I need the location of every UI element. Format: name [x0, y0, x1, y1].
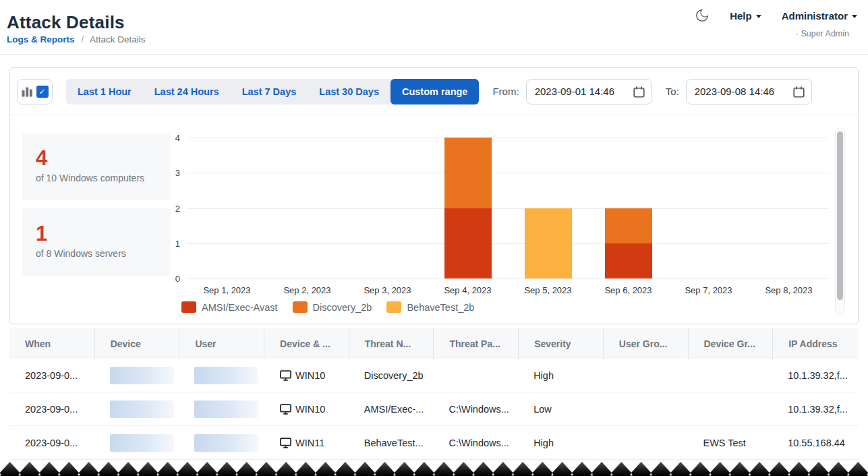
y-axis-tick: 1	[164, 238, 180, 248]
cell-severity: Low	[518, 404, 603, 415]
legend-item[interactable]: AMSI/Exec-Avast	[181, 301, 278, 313]
moon-icon[interactable]	[695, 8, 710, 23]
cell-when: 2023-09-0...	[9, 438, 94, 448]
bar-segment[interactable]	[525, 208, 572, 279]
bar-segment[interactable]	[605, 208, 652, 243]
user-menu[interactable]: Administrator	[782, 10, 857, 22]
cell-device-type: WIN11	[264, 437, 349, 449]
monitor-icon	[279, 437, 292, 449]
col-device-type[interactable]: Device & ...	[264, 328, 349, 359]
cell-ip-address: 10.1.39.32,f...	[772, 404, 857, 415]
range-last-7-days[interactable]: Last 7 Days	[231, 79, 308, 105]
cell-when: 2023-09-0...	[9, 370, 94, 381]
stat-computers-value: 4	[36, 148, 171, 170]
chevron-down-icon	[756, 15, 761, 18]
x-axis-tick: Sep 7, 2023	[685, 285, 732, 295]
from-date-input[interactable]	[526, 79, 652, 105]
cell-user	[179, 434, 264, 452]
bar-segment[interactable]	[444, 208, 492, 279]
chart-gridline	[187, 138, 829, 138]
device-type-label: WIN10	[295, 404, 325, 415]
legend-label: BehaveTest_2b	[407, 302, 474, 313]
col-severity[interactable]: Severity	[518, 328, 603, 359]
chart-legend: AMSI/Exec-Avast Discovery_2b BehaveTest_…	[181, 301, 474, 313]
col-threat-name[interactable]: Threat N...	[349, 328, 434, 359]
col-when[interactable]: When	[9, 328, 94, 359]
col-threat-path[interactable]: Threat Pa...	[433, 328, 518, 359]
col-user-group[interactable]: User Gro...	[603, 328, 688, 359]
y-axis-tick: 4	[164, 133, 180, 143]
cell-threat-path: C:\Windows...	[433, 404, 518, 415]
cell-device	[94, 367, 179, 384]
stat-computers-card: 4 of 10 Windows computers	[22, 133, 171, 200]
torn-edge-decoration	[0, 458, 868, 476]
user-label: Administrator	[782, 10, 848, 22]
stat-servers-value: 1	[36, 223, 171, 245]
cell-user	[179, 400, 264, 418]
stat-servers-label: of 8 Windows servers	[36, 248, 171, 259]
help-label: Help	[730, 10, 752, 22]
help-menu[interactable]: Help	[730, 10, 761, 22]
legend-item[interactable]: BehaveTest_2b	[386, 301, 474, 313]
redacted-user-value	[194, 400, 258, 418]
attack-details-panel: ✓ Last 1 Hour Last 24 Hours Last 7 Days …	[9, 67, 859, 324]
legend-item[interactable]: Discovery_2b	[293, 301, 372, 313]
table-row[interactable]: 2023-09-0... WIN11 BehaveTest... C:\Wind…	[9, 426, 859, 460]
from-date-field: From:	[492, 79, 652, 105]
chart-scrollbar[interactable]	[835, 127, 845, 315]
user-role: · Super Admin	[796, 29, 849, 38]
device-type-label: WIN11	[295, 438, 324, 448]
events-table: When Device User Device & ... Threat N..…	[9, 328, 859, 460]
cell-device	[94, 400, 179, 418]
bar-chart-icon	[22, 86, 33, 97]
redacted-device-value	[110, 367, 174, 384]
chart-toolbar: ✓ Last 1 Hour Last 24 Hours Last 7 Days …	[10, 68, 858, 115]
cell-device	[94, 434, 179, 452]
range-last-30-days[interactable]: Last 30 Days	[308, 79, 390, 105]
col-user[interactable]: User	[179, 328, 264, 359]
range-custom[interactable]: Custom range	[390, 79, 480, 105]
legend-label: AMSI/Exec-Avast	[202, 302, 278, 313]
range-last-1-hour[interactable]: Last 1 Hour	[66, 79, 143, 105]
cell-severity: High	[518, 370, 603, 381]
x-axis-tick: Sep 3, 2023	[364, 285, 411, 295]
chart-gridline	[187, 278, 829, 279]
cell-threat-path: C:\Windows...	[433, 438, 518, 448]
header-actions: Help Administrator · Super Admin	[695, 8, 857, 38]
x-axis-tick: Sep 8, 2023	[765, 285, 812, 295]
breadcrumb-parent-link[interactable]: Logs & Reports	[7, 34, 75, 44]
legend-label: Discovery_2b	[313, 302, 372, 313]
chart-type-toggle-button[interactable]: ✓	[17, 79, 53, 105]
x-axis-tick: Sep 5, 2023	[524, 285, 571, 295]
breadcrumb-separator: /	[81, 34, 84, 44]
col-device[interactable]: Device	[94, 328, 179, 359]
redacted-device-value	[110, 434, 174, 452]
cell-ip-address: 10.1.39.32,f...	[772, 370, 857, 381]
col-ip-address[interactable]: IP Address	[772, 328, 857, 359]
cell-device-group: EWS Test	[688, 438, 773, 448]
bar-segment[interactable]	[444, 138, 492, 208]
chevron-down-icon	[852, 15, 857, 18]
table-row[interactable]: 2023-09-0... WIN10 Discovery_2b High 10.…	[9, 359, 859, 392]
legend-swatch	[386, 301, 401, 313]
to-date-input[interactable]	[686, 79, 812, 105]
cell-threat-name: Discovery_2b	[349, 370, 434, 381]
range-last-24-hours[interactable]: Last 24 Hours	[143, 79, 231, 105]
scrollbar-thumb[interactable]	[837, 131, 843, 300]
to-date-field: To:	[666, 79, 812, 105]
chart-section: 4 of 10 Windows computers 1 of 8 Windows…	[10, 115, 858, 324]
col-device-group[interactable]: Device Gr...	[688, 328, 773, 359]
x-axis-tick: Sep 4, 2023	[444, 285, 491, 295]
from-label: From:	[492, 86, 519, 97]
checkbox-checked-icon[interactable]: ✓	[36, 86, 49, 98]
bar-segment[interactable]	[605, 243, 652, 278]
cell-threat-name: BehaveTest...	[349, 438, 434, 448]
device-type-label: WIN10	[295, 370, 325, 381]
cell-when: 2023-09-0...	[9, 404, 94, 415]
breadcrumb: Logs & Reports / Attack Details	[7, 34, 146, 44]
chart-gridline	[187, 173, 829, 173]
table-row[interactable]: 2023-09-0... WIN10 AMSI/Exec-... C:\Wind…	[9, 392, 859, 426]
cell-threat-name: AMSI/Exec-...	[349, 404, 434, 415]
legend-swatch	[181, 301, 196, 313]
monitor-icon	[279, 403, 292, 415]
